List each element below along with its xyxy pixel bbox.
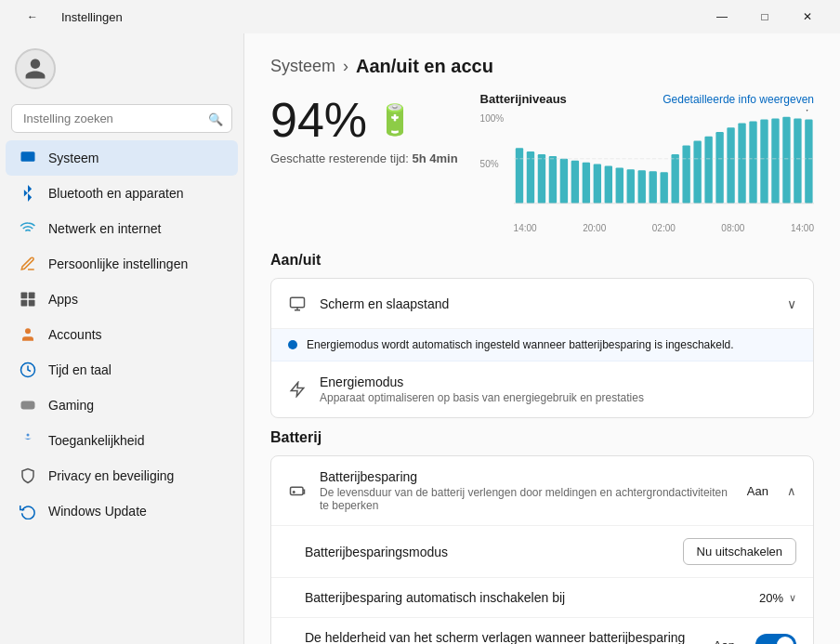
sidebar-label-gaming: Gaming: [48, 398, 94, 413]
battery-estimated-label: Geschatte resterende tijd:: [270, 151, 409, 165]
aanuit-card: Scherm en slaapstand ∨ Energiemodus word…: [270, 278, 814, 418]
svg-rect-30: [704, 137, 712, 204]
sidebar-label-toegankelijkheid: Toegankelijkheid: [48, 433, 145, 448]
scherm-label: Scherm en slaapstand: [320, 296, 774, 311]
x-label-2: 02:00: [652, 223, 676, 233]
batterijbesparing-row[interactable]: Batterijbesparing De levensduur van de b…: [271, 456, 813, 526]
svg-rect-29: [693, 141, 701, 204]
x-label-0: 14:00: [514, 223, 537, 233]
apps-icon: [19, 290, 37, 309]
sidebar-item-privacy[interactable]: Privacy en beveiliging: [6, 458, 238, 493]
sidebar-item-netwerk[interactable]: Netwerk en internet: [6, 211, 238, 246]
window-title: Instellingen: [61, 10, 123, 24]
nu-uitschakelen-button[interactable]: Nu uitschakelen: [683, 538, 797, 565]
search-input[interactable]: [11, 104, 232, 133]
svg-rect-26: [660, 172, 667, 204]
scherm-chevron: ∨: [787, 296, 796, 311]
svg-marker-46: [291, 383, 304, 397]
autoinschakelen-val: 20%: [759, 591, 783, 605]
svg-rect-16: [548, 156, 556, 204]
batterij-section: Batterij Batterijbesparing De levensduur…: [270, 429, 814, 644]
accounts-icon: [19, 325, 37, 344]
chart-wrap: 100% 50% ▼: [480, 110, 814, 221]
energiemodus-text: Energiemodus Apparaat optimaliseren op b…: [320, 375, 796, 404]
persoonlijk-icon: [19, 255, 37, 273]
energiemodus-row[interactable]: Energiemodus Apparaat optimaliseren op b…: [271, 361, 813, 417]
sidebar-item-accounts[interactable]: Accounts: [6, 317, 238, 352]
svg-rect-36: [771, 119, 779, 204]
profile-section: [0, 33, 243, 100]
batterijbesparing-desc: De levensduur van de batterij verlengen …: [320, 486, 734, 512]
svg-rect-31: [715, 132, 723, 204]
sidebar-item-toegankelijkheid[interactable]: Toegankelijkheid: [6, 423, 238, 458]
chart-detail-link[interactable]: Gedetailleerde info weergeven: [663, 93, 814, 106]
sidebar-label-windows-update: Windows Update: [48, 504, 147, 519]
chart-header: Batterijniveaus Gedetailleerde info weer…: [480, 92, 814, 106]
sidebar-item-persoonlijk[interactable]: Persoonlijke instellingen: [6, 246, 238, 282]
svg-rect-33: [738, 123, 745, 203]
y-label-50: 50%: [480, 159, 505, 169]
energiemodus-desc: Apparaat optimaliseren op basis van ener…: [320, 391, 796, 404]
x-label-4: 14:00: [791, 223, 814, 233]
sidebar-item-apps[interactable]: Apps: [6, 282, 238, 317]
minimize-button[interactable]: —: [701, 0, 743, 33]
search-icon: 🔍: [208, 112, 223, 125]
batterij-section-title: Batterij: [270, 429, 814, 446]
close-button[interactable]: ✕: [786, 0, 829, 33]
breadcrumb-current: Aan/uit en accu: [356, 56, 493, 77]
svg-rect-13: [515, 148, 522, 204]
sidebar-label-systeem: Systeem: [48, 151, 98, 165]
chart-y-labels: 100% 50%: [480, 113, 505, 204]
sidebar-item-systeem[interactable]: Systeem: [6, 140, 238, 176]
tijd-icon: [19, 361, 37, 379]
svg-rect-22: [615, 167, 623, 203]
helderheid-row: De helderheid van het scherm verlagen wa…: [271, 618, 813, 644]
sidebar-item-bluetooth[interactable]: Bluetooth en apparaten: [6, 176, 238, 211]
helderheid-status: Aan: [714, 638, 735, 645]
svg-rect-23: [626, 169, 634, 203]
sidebar-nav: Systeem Bluetooth en apparaten Netwerk e…: [0, 140, 243, 529]
sidebar-item-windows-update[interactable]: Windows Update: [6, 493, 238, 529]
y-label-100: 100%: [480, 113, 505, 124]
helderheid-toggle[interactable]: [755, 634, 796, 644]
scherm-row[interactable]: Scherm en slaapstand ∨: [271, 279, 813, 329]
svg-rect-37: [782, 117, 790, 204]
svg-rect-15: [537, 154, 545, 204]
chart-x-labels: 14:00 20:00 02:00 08:00 14:00: [480, 223, 814, 233]
breadcrumb-parent: Systeem: [270, 57, 335, 76]
svg-rect-0: [21, 151, 35, 162]
title-bar-left: ← Instellingen: [11, 0, 123, 33]
svg-rect-27: [671, 154, 678, 204]
sidebar-item-tijd[interactable]: Tijd en taal: [6, 352, 238, 388]
svg-rect-43: [291, 297, 305, 308]
sidebar-label-privacy: Privacy en beveiliging: [48, 468, 174, 483]
x-label-3: 08:00: [721, 223, 744, 233]
svg-text:▼: ▼: [802, 110, 812, 114]
svg-rect-4: [29, 300, 35, 307]
svg-rect-18: [571, 161, 578, 204]
avatar[interactable]: [15, 48, 56, 89]
autoinschakelen-dropdown[interactable]: 20% ∨: [759, 591, 796, 605]
batterijbesparingsmodus-text: Batterijbesparingsmodus: [305, 545, 670, 559]
maximize-button[interactable]: □: [743, 0, 786, 33]
svg-rect-2: [29, 293, 35, 299]
svg-rect-28: [682, 145, 689, 203]
svg-rect-14: [526, 151, 533, 204]
sidebar-item-gaming[interactable]: Gaming: [6, 388, 238, 423]
scherm-text: Scherm en slaapstand: [320, 296, 774, 311]
sidebar-label-bluetooth: Bluetooth en apparaten: [48, 186, 184, 201]
svg-rect-3: [21, 300, 28, 307]
svg-rect-25: [649, 171, 656, 204]
systeem-icon: [19, 149, 37, 167]
aanuit-section-title: Aan/uit: [270, 252, 814, 269]
batterijbesparingsmodus-row: Batterijbesparingsmodus Nu uitschakelen: [271, 526, 813, 578]
battery-sub-rows: Batterijbesparingsmodus Nu uitschakelen …: [271, 526, 813, 644]
sidebar: 🔍 Systeem Bluetooth en apparaten Netwer: [0, 33, 243, 644]
svg-point-10: [30, 404, 32, 406]
battery-icon: 🔋: [376, 102, 413, 138]
chart-title: Batterijniveaus: [480, 92, 567, 106]
sidebar-label-apps: Apps: [48, 292, 78, 307]
top-section: 94% 🔋 Geschatte resterende tijd: 5h 4min…: [270, 92, 814, 233]
energiemodus-icon: [288, 380, 307, 399]
back-button[interactable]: ←: [11, 0, 54, 33]
